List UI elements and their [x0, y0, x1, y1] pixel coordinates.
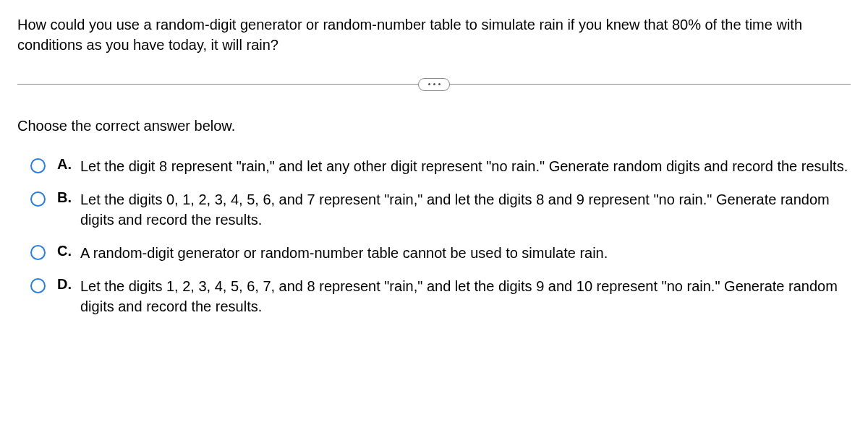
option-letter: A. [57, 156, 76, 173]
option-c: C. A random-digit generator or random-nu… [30, 243, 851, 263]
option-text: A random-digit generator or random-numbe… [80, 243, 851, 263]
radio-b[interactable] [30, 191, 46, 207]
question-text: How could you use a random-digit generat… [17, 14, 851, 55]
radio-c[interactable] [30, 245, 46, 260]
option-text: Let the digit 8 represent "rain," and le… [80, 156, 851, 176]
more-options-pill[interactable] [418, 78, 450, 91]
radio-a[interactable] [30, 158, 46, 173]
option-text: Let the digits 0, 1, 2, 3, 4, 5, 6, and … [80, 189, 851, 230]
radio-d[interactable] [30, 278, 46, 293]
option-a: A. Let the digit 8 represent "rain," and… [30, 156, 851, 176]
option-letter: D. [57, 276, 76, 293]
dot-icon [428, 83, 430, 85]
dot-icon [438, 83, 441, 85]
option-letter: B. [57, 189, 76, 206]
option-d: D. Let the digits 1, 2, 3, 4, 5, 6, 7, a… [30, 276, 851, 316]
options-list: A. Let the digit 8 represent "rain," and… [17, 156, 851, 316]
option-b: B. Let the digits 0, 1, 2, 3, 4, 5, 6, a… [30, 189, 851, 230]
section-divider [17, 84, 851, 85]
option-text: Let the digits 1, 2, 3, 4, 5, 6, 7, and … [80, 276, 851, 316]
option-letter: C. [57, 243, 76, 259]
instruction-text: Choose the correct answer below. [17, 118, 851, 134]
dot-icon [433, 83, 435, 85]
